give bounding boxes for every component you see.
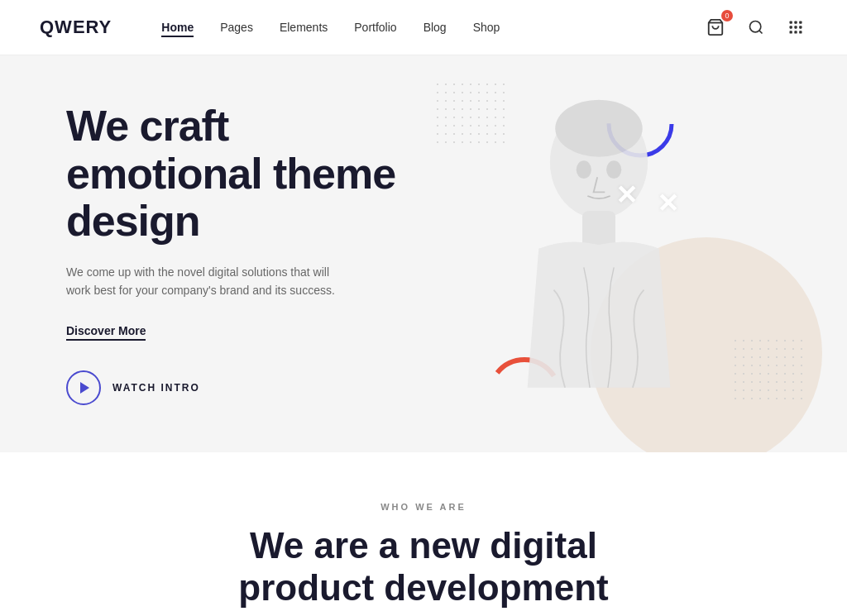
- nav-item-shop[interactable]: Shop: [473, 20, 500, 35]
- play-circle-icon: [66, 370, 101, 405]
- nav-actions: 0: [703, 15, 807, 40]
- watch-intro-label: WATCH INTRO: [112, 382, 200, 394]
- search-icon: [748, 19, 764, 36]
- hero-subtitle: We come up with the novel digital soluti…: [66, 263, 347, 300]
- svg-point-14: [555, 100, 642, 157]
- nav-link-portfolio[interactable]: Portfolio: [354, 21, 396, 34]
- nav-link-blog[interactable]: Blog: [424, 21, 447, 34]
- nav-links: Home Pages Elements Portfolio Blog Shop: [161, 20, 703, 35]
- svg-rect-10: [799, 31, 802, 33]
- cart-badge: 0: [721, 10, 733, 21]
- svg-rect-7: [799, 26, 802, 28]
- discover-more-link[interactable]: Discover More: [66, 324, 146, 341]
- hero-image-area: ✕ ✕: [367, 55, 847, 452]
- cart-button[interactable]: 0: [703, 15, 728, 40]
- statue-image: ✕ ✕: [467, 64, 731, 411]
- nav-link-home[interactable]: Home: [161, 21, 194, 37]
- navbar: QWERY Home Pages Elements Portfolio Blog…: [0, 0, 847, 55]
- nav-link-shop[interactable]: Shop: [473, 21, 500, 34]
- brand-logo[interactable]: QWERY: [40, 17, 112, 38]
- svg-rect-9: [794, 31, 797, 33]
- who-we-are-section: WHO WE ARE We are a new digital product …: [0, 452, 847, 616]
- svg-rect-5: [790, 26, 792, 28]
- nav-item-home[interactable]: Home: [161, 20, 194, 35]
- dot-grid-bottom-decoration: [731, 337, 806, 403]
- who-title: We are a new digital product development…: [192, 525, 655, 616]
- svg-rect-2: [790, 21, 792, 24]
- statue-svg: [483, 72, 715, 403]
- nav-link-pages[interactable]: Pages: [220, 21, 253, 34]
- play-triangle-icon: [80, 382, 89, 394]
- nav-link-elements[interactable]: Elements: [280, 21, 328, 34]
- svg-point-1: [750, 21, 761, 32]
- svg-rect-3: [794, 21, 797, 24]
- svg-point-16: [577, 160, 591, 179]
- svg-point-17: [606, 160, 621, 179]
- hero-title: We craft emotional theme design: [66, 103, 430, 245]
- watch-intro-button[interactable]: WATCH INTRO: [66, 370, 200, 405]
- nav-item-elements[interactable]: Elements: [280, 20, 328, 35]
- svg-rect-8: [790, 31, 792, 33]
- hero-content: We craft emotional theme design We come …: [66, 103, 430, 404]
- grid-icon: [787, 19, 804, 36]
- cart-icon: [706, 18, 725, 36]
- grid-menu-button[interactable]: [784, 16, 807, 39]
- hero-section: We craft emotional theme design We come …: [0, 55, 847, 452]
- who-eyebrow: WHO WE ARE: [40, 502, 807, 512]
- nav-item-portfolio[interactable]: Portfolio: [354, 20, 396, 35]
- x-mark-left: ✕: [615, 179, 638, 211]
- nav-item-blog[interactable]: Blog: [424, 20, 447, 35]
- search-button[interactable]: [744, 16, 768, 39]
- svg-rect-4: [799, 21, 802, 24]
- nav-item-pages[interactable]: Pages: [220, 20, 253, 35]
- x-mark-right: ✕: [657, 188, 679, 219]
- svg-rect-6: [794, 26, 797, 28]
